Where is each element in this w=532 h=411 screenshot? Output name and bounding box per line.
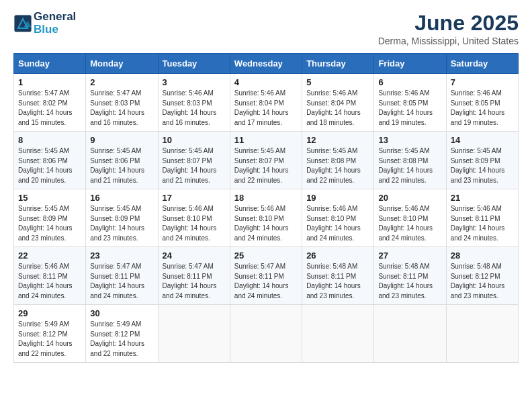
col-header-monday: Monday xyxy=(86,54,158,74)
calendar-cell: 11Sunrise: 5:45 AMSunset: 8:07 PMDayligh… xyxy=(230,132,302,189)
calendar-cell: 22Sunrise: 5:46 AMSunset: 8:11 PMDayligh… xyxy=(14,247,86,305)
day-info: Sunrise: 5:46 AMSunset: 8:10 PMDaylight:… xyxy=(163,204,226,243)
calendar-table: SundayMondayTuesdayWednesdayThursdayFrid… xyxy=(13,53,519,363)
day-number: 4 xyxy=(234,77,298,87)
day-number: 16 xyxy=(90,193,153,203)
calendar-cell xyxy=(446,305,518,363)
calendar-cell: 9Sunrise: 5:45 AMSunset: 8:06 PMDaylight… xyxy=(86,132,158,189)
col-header-thursday: Thursday xyxy=(302,54,374,74)
day-number: 21 xyxy=(451,193,514,203)
day-info: Sunrise: 5:46 AMSunset: 8:10 PMDaylight:… xyxy=(306,204,369,243)
month-year-title: June 2025 xyxy=(378,11,519,36)
logo: General Blue xyxy=(13,11,76,36)
calendar-cell: 12Sunrise: 5:45 AMSunset: 8:08 PMDayligh… xyxy=(302,132,374,189)
calendar-cell xyxy=(374,305,446,363)
col-header-saturday: Saturday xyxy=(446,54,518,74)
day-info: Sunrise: 5:45 AMSunset: 8:08 PMDaylight:… xyxy=(378,146,441,185)
calendar-cell: 4Sunrise: 5:46 AMSunset: 8:04 PMDaylight… xyxy=(230,74,302,132)
day-info: Sunrise: 5:47 AMSunset: 8:11 PMDaylight:… xyxy=(234,262,298,301)
day-number: 29 xyxy=(18,308,81,318)
day-info: Sunrise: 5:49 AMSunset: 8:12 PMDaylight:… xyxy=(90,320,153,359)
calendar-cell: 28Sunrise: 5:48 AMSunset: 8:12 PMDayligh… xyxy=(446,247,518,305)
calendar-cell: 7Sunrise: 5:46 AMSunset: 8:05 PMDaylight… xyxy=(446,74,518,132)
calendar-cell: 15Sunrise: 5:45 AMSunset: 8:09 PMDayligh… xyxy=(14,189,86,247)
day-info: Sunrise: 5:45 AMSunset: 8:07 PMDaylight:… xyxy=(234,146,298,185)
logo-icon xyxy=(13,14,32,33)
calendar-week-row: 15Sunrise: 5:45 AMSunset: 8:09 PMDayligh… xyxy=(14,189,519,247)
day-info: Sunrise: 5:45 AMSunset: 8:09 PMDaylight:… xyxy=(451,146,514,185)
day-info: Sunrise: 5:46 AMSunset: 8:05 PMDaylight:… xyxy=(451,89,514,128)
day-info: Sunrise: 5:47 AMSunset: 8:11 PMDaylight:… xyxy=(90,262,153,301)
day-info: Sunrise: 5:48 AMSunset: 8:11 PMDaylight:… xyxy=(306,262,369,301)
calendar-cell: 3Sunrise: 5:46 AMSunset: 8:03 PMDaylight… xyxy=(158,74,230,132)
day-info: Sunrise: 5:46 AMSunset: 8:04 PMDaylight:… xyxy=(306,89,369,128)
calendar-week-row: 8Sunrise: 5:45 AMSunset: 8:06 PMDaylight… xyxy=(14,132,519,189)
day-number: 27 xyxy=(378,250,441,261)
day-number: 17 xyxy=(163,193,226,203)
col-header-friday: Friday xyxy=(374,54,446,74)
day-number: 1 xyxy=(18,77,81,87)
calendar-cell: 2Sunrise: 5:47 AMSunset: 8:03 PMDaylight… xyxy=(86,74,158,132)
calendar-cell: 23Sunrise: 5:47 AMSunset: 8:11 PMDayligh… xyxy=(86,247,158,305)
day-number: 9 xyxy=(90,135,153,145)
day-number: 2 xyxy=(90,77,153,87)
day-info: Sunrise: 5:46 AMSunset: 8:10 PMDaylight:… xyxy=(378,204,441,243)
day-number: 5 xyxy=(306,77,369,87)
day-info: Sunrise: 5:46 AMSunset: 8:05 PMDaylight:… xyxy=(378,89,441,128)
day-info: Sunrise: 5:46 AMSunset: 8:10 PMDaylight:… xyxy=(234,204,298,243)
calendar-cell: 14Sunrise: 5:45 AMSunset: 8:09 PMDayligh… xyxy=(446,132,518,189)
day-info: Sunrise: 5:47 AMSunset: 8:11 PMDaylight:… xyxy=(163,262,226,301)
day-number: 12 xyxy=(306,135,369,145)
calendar-cell: 16Sunrise: 5:45 AMSunset: 8:09 PMDayligh… xyxy=(86,189,158,247)
day-info: Sunrise: 5:48 AMSunset: 8:12 PMDaylight:… xyxy=(451,262,514,301)
day-info: Sunrise: 5:46 AMSunset: 8:11 PMDaylight:… xyxy=(18,262,81,301)
day-info: Sunrise: 5:45 AMSunset: 8:09 PMDaylight:… xyxy=(18,204,81,243)
calendar-cell: 21Sunrise: 5:46 AMSunset: 8:11 PMDayligh… xyxy=(446,189,518,247)
day-info: Sunrise: 5:45 AMSunset: 8:09 PMDaylight:… xyxy=(90,204,153,243)
calendar-cell: 1Sunrise: 5:47 AMSunset: 8:02 PMDaylight… xyxy=(14,74,86,132)
calendar-cell: 26Sunrise: 5:48 AMSunset: 8:11 PMDayligh… xyxy=(302,247,374,305)
calendar-cell xyxy=(230,305,302,363)
day-number: 25 xyxy=(234,250,298,261)
day-number: 26 xyxy=(306,250,369,261)
calendar-cell: 17Sunrise: 5:46 AMSunset: 8:10 PMDayligh… xyxy=(158,189,230,247)
calendar-cell: 30Sunrise: 5:49 AMSunset: 8:12 PMDayligh… xyxy=(86,305,158,363)
calendar-cell: 27Sunrise: 5:48 AMSunset: 8:11 PMDayligh… xyxy=(374,247,446,305)
day-number: 18 xyxy=(234,193,298,203)
col-header-wednesday: Wednesday xyxy=(230,54,302,74)
header: General Blue June 2025 Derma, Mississipp… xyxy=(13,11,519,46)
calendar-week-row: 29Sunrise: 5:49 AMSunset: 8:12 PMDayligh… xyxy=(14,305,519,363)
day-number: 3 xyxy=(163,77,226,87)
day-info: Sunrise: 5:48 AMSunset: 8:11 PMDaylight:… xyxy=(378,262,441,301)
day-number: 6 xyxy=(378,77,441,87)
day-number: 22 xyxy=(18,250,81,261)
day-number: 7 xyxy=(451,77,514,87)
calendar-cell: 24Sunrise: 5:47 AMSunset: 8:11 PMDayligh… xyxy=(158,247,230,305)
logo-text-line2: Blue xyxy=(34,24,76,36)
day-info: Sunrise: 5:46 AMSunset: 8:04 PMDaylight:… xyxy=(234,89,298,128)
calendar-cell: 13Sunrise: 5:45 AMSunset: 8:08 PMDayligh… xyxy=(374,132,446,189)
calendar-week-row: 1Sunrise: 5:47 AMSunset: 8:02 PMDaylight… xyxy=(14,74,519,132)
calendar-cell: 18Sunrise: 5:46 AMSunset: 8:10 PMDayligh… xyxy=(230,189,302,247)
calendar-cell xyxy=(158,305,230,363)
logo-text-line1: General xyxy=(34,11,76,24)
calendar-cell: 20Sunrise: 5:46 AMSunset: 8:10 PMDayligh… xyxy=(374,189,446,247)
day-info: Sunrise: 5:45 AMSunset: 8:07 PMDaylight:… xyxy=(163,146,226,185)
calendar-cell: 6Sunrise: 5:46 AMSunset: 8:05 PMDaylight… xyxy=(374,74,446,132)
calendar-cell: 10Sunrise: 5:45 AMSunset: 8:07 PMDayligh… xyxy=(158,132,230,189)
calendar-week-row: 22Sunrise: 5:46 AMSunset: 8:11 PMDayligh… xyxy=(14,247,519,305)
col-header-sunday: Sunday xyxy=(14,54,86,74)
day-number: 19 xyxy=(306,193,369,203)
day-number: 23 xyxy=(90,250,153,261)
day-number: 13 xyxy=(378,135,441,145)
calendar-cell: 29Sunrise: 5:49 AMSunset: 8:12 PMDayligh… xyxy=(14,305,86,363)
day-number: 15 xyxy=(18,193,81,203)
day-info: Sunrise: 5:47 AMSunset: 8:03 PMDaylight:… xyxy=(90,89,153,128)
day-number: 28 xyxy=(451,250,514,261)
day-number: 11 xyxy=(234,135,298,145)
calendar-cell: 19Sunrise: 5:46 AMSunset: 8:10 PMDayligh… xyxy=(302,189,374,247)
day-info: Sunrise: 5:46 AMSunset: 8:11 PMDaylight:… xyxy=(451,204,514,243)
col-header-tuesday: Tuesday xyxy=(158,54,230,74)
day-number: 30 xyxy=(90,308,153,318)
title-section: June 2025 Derma, Mississippi, United Sta… xyxy=(378,11,519,46)
